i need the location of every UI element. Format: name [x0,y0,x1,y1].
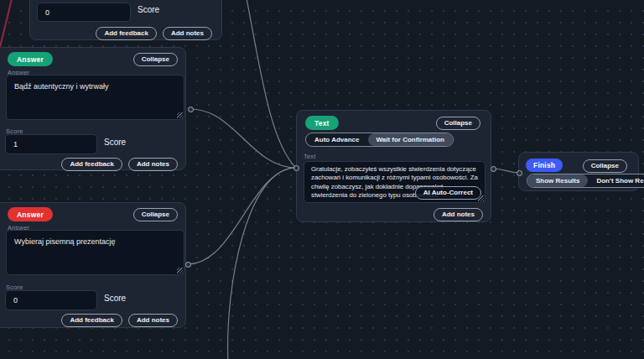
edge-answer-green-to-text-node[interactable] [190,109,296,168]
add-feedback-button[interactable]: Add feedback [61,158,122,171]
tab-dont-show-results[interactable]: Don't Show Results [588,174,644,187]
output-port-answer-green[interactable] [188,107,194,112]
collapse-button[interactable]: Collapse [133,53,178,66]
node-text[interactable]: Text Collapse Auto Advance Wait for Conf… [296,110,491,222]
collapse-button[interactable]: Collapse [436,117,480,130]
input-port-finish[interactable] [517,170,522,176]
add-notes-button[interactable]: Add notes [163,27,212,40]
edge-answer-red-to-text-node[interactable] [188,168,296,264]
node-finish[interactable]: Finish Collapse Show Results Don't Show … [518,152,639,191]
add-feedback-button[interactable]: Add feedback [96,27,156,40]
flow-canvas[interactable]: Score Add feedback Add notes Answer Coll… [0,0,644,359]
score-input[interactable] [37,3,131,22]
collapse-button[interactable]: Collapse [133,208,178,221]
answer-badge[interactable]: Answer [8,52,53,66]
answer-textarea[interactable]: Wybieraj pisemną prezentację [6,230,184,275]
tab-auto-advance[interactable]: Auto Advance [306,133,368,146]
finish-badge[interactable]: Finish [526,159,563,172]
node-answer-red[interactable]: Answer Collapse Answer Wybieraj pisemną … [0,202,186,328]
add-notes-button[interactable]: Add notes [128,314,178,327]
collapse-button[interactable]: Collapse [583,159,627,173]
answer-badge[interactable]: Answer [8,207,53,221]
score-label: Score [104,294,126,303]
tab-show-results[interactable]: Show Results [527,174,588,187]
add-feedback-button[interactable]: Add feedback [61,314,122,327]
ai-autocorrect-button[interactable]: AI Auto-Correct [415,186,481,200]
edge-top-to-text-node[interactable] [247,0,296,168]
edge-red-partial[interactable] [0,0,12,47]
output-port-text-node[interactable] [491,166,496,172]
node-answer-green[interactable]: Answer Collapse Answer Bądź autentyczny … [0,47,186,170]
score-input[interactable] [5,134,97,154]
add-notes-button[interactable]: Add notes [434,208,483,221]
score-label: Score [104,138,126,147]
add-notes-button[interactable]: Add notes [128,158,178,171]
text-field-label: Text [304,153,316,160]
answer-textarea[interactable]: Bądź autentyczny i wytrwały [6,75,184,120]
tab-wait-for-confirmation[interactable]: Wait for Confirmation [368,133,453,146]
results-mode-toggle: Show Results Don't Show Results [527,174,644,188]
score-input[interactable] [5,290,97,310]
score-label: Score [138,5,159,14]
node-score-partial[interactable]: Score Add feedback Add notes [29,0,222,40]
text-badge[interactable]: Text [305,116,339,130]
output-port-answer-red[interactable] [185,262,191,268]
edge-text-node-to-finish[interactable] [493,169,519,173]
edge-bottom-to-text-node[interactable] [228,168,296,359]
advance-mode-toggle: Auto Advance Wait for Confirmation [305,133,454,147]
input-port-text-node[interactable] [293,165,299,171]
